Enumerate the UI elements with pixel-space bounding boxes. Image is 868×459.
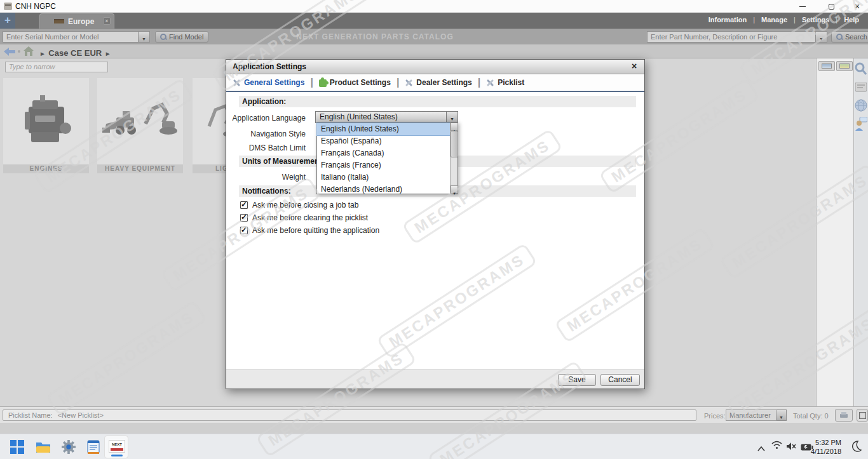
dms-batch-limit-label: DMS Batch Limit (226, 143, 306, 152)
tab-label: Europe (68, 17, 94, 26)
checkbox-label: Ask me before quitting the application (252, 226, 379, 235)
dialog-title: Application Settings (233, 62, 306, 71)
category-label: HEAVY EQUIPMENT (97, 164, 183, 173)
find-model-label: Find Model (169, 33, 203, 41)
view-mode-1-button[interactable] (818, 61, 835, 71)
dialog-titlebar[interactable]: Application Settings (226, 60, 644, 74)
find-model-button[interactable]: Find Model (155, 31, 208, 43)
checkbox-checked-icon[interactable] (240, 201, 248, 209)
add-tab-button[interactable]: + (0, 13, 15, 29)
settings-app-button[interactable] (61, 440, 76, 456)
tray-wifi-button[interactable] (771, 441, 782, 452)
panel-tool-button[interactable] (854, 83, 868, 93)
prices-value: Manufacturer (726, 409, 776, 421)
tab-product-settings[interactable]: Product Settings (319, 78, 391, 87)
checkbox-row-closing-job-tab[interactable]: Ask me before closing a job tab (240, 201, 358, 210)
engine-image (3, 78, 89, 164)
tray-chevron-button[interactable] (757, 442, 765, 454)
person-chat-icon (855, 117, 867, 132)
checkbox-checked-icon[interactable] (240, 227, 248, 234)
part-dropdown-arrow-icon[interactable] (816, 31, 827, 43)
home-icon[interactable] (24, 46, 34, 56)
serial-dropdown-arrow-icon[interactable] (139, 31, 150, 43)
print-picklist-button[interactable] (835, 409, 853, 422)
region-flag-icon (54, 19, 64, 23)
category-label: ENGINES (3, 164, 89, 173)
checkbox-checked-icon[interactable] (240, 214, 248, 222)
tab-general-settings[interactable]: General Settings (233, 78, 304, 87)
navigation-style-label: Navigation Style (226, 130, 306, 138)
menu-information[interactable]: Information (709, 16, 747, 23)
dialog-close-icon[interactable] (629, 61, 639, 71)
checkbox-row-quitting-application[interactable]: Ask me before quitting the application (240, 226, 379, 235)
menu-help[interactable]: Help (844, 16, 859, 23)
weight-label: Weight (226, 173, 306, 182)
contact-tool-button[interactable] (854, 117, 868, 132)
cancel-button[interactable]: Cancel (600, 374, 640, 386)
window-view-button[interactable] (857, 409, 868, 422)
thumbnail-view-icon (822, 63, 832, 69)
search-icon (836, 34, 843, 40)
tab-separator: | (310, 77, 313, 88)
prices-dropdown-arrow-icon[interactable] (776, 409, 787, 421)
window-bottom-strip (0, 423, 868, 434)
zoom-tool-button[interactable] (854, 62, 868, 76)
breadcrumb-path[interactable]: Case CE EUR (48, 48, 102, 58)
file-explorer-button[interactable] (36, 440, 51, 456)
menu-separator: | (753, 16, 755, 23)
back-arrow-icon[interactable] (4, 48, 15, 56)
speaker-mute-icon (787, 442, 797, 450)
tab-close-icon[interactable] (103, 17, 111, 25)
prices-combo[interactable]: Manufacturer (726, 409, 787, 421)
serial-number-input[interactable] (3, 31, 139, 43)
language-option[interactable]: Italiano (Italia) (317, 171, 450, 183)
moon-icon (850, 441, 862, 452)
category-card-engines[interactable]: ENGINES (3, 78, 89, 173)
tab-dealer-settings[interactable]: Dealer Settings (405, 78, 471, 87)
category-card-heavy-equipment[interactable]: HEAVY EQUIPMENT (97, 78, 183, 173)
tab-europe[interactable]: Europe (39, 13, 114, 29)
search-button[interactable]: Search (831, 31, 868, 43)
dialog-footer: Save Cancel (226, 369, 644, 389)
chevron-up-icon (757, 446, 765, 451)
focus-assist-button[interactable] (850, 441, 862, 455)
language-option[interactable]: Français (Canada) (317, 147, 450, 159)
menu-settings[interactable]: Settings (802, 16, 829, 23)
language-dropdown-list: English (United States) Español (España)… (316, 122, 458, 194)
dropdown-scrollbar[interactable] (450, 123, 458, 194)
breadcrumb[interactable]: ► Case CE EUR ► (39, 47, 111, 58)
filter-input[interactable] (5, 62, 108, 72)
clock[interactable]: 5:32 PM 4/11/2018 (811, 438, 841, 456)
minimize-button[interactable] (792, 0, 813, 13)
language-option[interactable]: Nederlands (Nederland) (317, 183, 450, 196)
scroll-up-icon[interactable] (451, 123, 458, 131)
menu-manage[interactable]: Manage (761, 16, 787, 23)
close-button[interactable]: × (846, 0, 868, 13)
print-icon (839, 411, 848, 419)
language-option[interactable]: Français (France) (317, 159, 450, 171)
view-mode-2-button[interactable] (836, 61, 853, 71)
notepad-app-button[interactable] (87, 439, 100, 457)
serial-number-combo (3, 31, 150, 43)
checkbox-label: Ask me before clearing the picklist (252, 213, 368, 222)
part-number-input[interactable] (647, 31, 816, 43)
application-settings-dialog: Application Settings General Settings | … (226, 59, 645, 389)
start-button[interactable] (10, 440, 24, 456)
tab-picklist[interactable]: Picklist (486, 78, 524, 87)
checkbox-row-clearing-picklist[interactable]: Ask me before clearing the picklist (240, 213, 368, 222)
restore-icon (829, 4, 834, 10)
search-label: Search (845, 33, 867, 41)
prices-label: Prices: (704, 412, 726, 420)
globe-tool-button[interactable] (854, 99, 868, 112)
tray-volume-button[interactable] (787, 441, 797, 453)
maximize-button[interactable] (820, 0, 842, 13)
language-option[interactable]: Español (España) (317, 135, 450, 147)
ngpc-app-button[interactable]: NEXT (104, 436, 128, 458)
application-language-label: Application Language (226, 114, 306, 123)
scroll-down-icon[interactable] (451, 185, 458, 194)
language-option-selected[interactable]: English (United States) (317, 123, 450, 135)
tray-date: 4/11/2018 (811, 447, 841, 456)
scroll-thumb[interactable] (451, 131, 458, 157)
side-tools-column (853, 58, 868, 406)
save-button[interactable]: Save (558, 374, 596, 386)
